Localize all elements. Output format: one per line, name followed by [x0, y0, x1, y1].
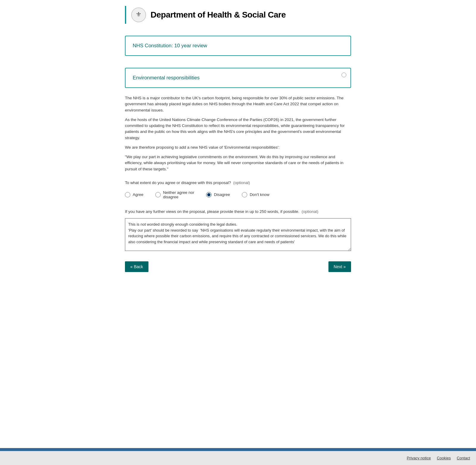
question-text: To what extent do you agree or disagree …: [125, 180, 231, 185]
header-logo-area: ⚜ Department of Health & Social Care: [131, 7, 286, 23]
header-border: [125, 6, 126, 24]
navigation-buttons: « Back Next »: [125, 261, 351, 272]
radio-disagree-input[interactable]: [206, 192, 212, 197]
textarea-optional: (optional): [300, 209, 318, 214]
radio-option-neither[interactable]: Neither agree nordisagree: [155, 190, 194, 199]
next-button[interactable]: Next »: [328, 261, 351, 272]
footer: Privacy notice Cookies Contact: [0, 451, 476, 465]
section-title: Environmental responsibilities: [133, 75, 200, 81]
description-paragraph-3: We are therefore proposing to add a new …: [125, 144, 351, 150]
feedback-textarea[interactable]: [125, 218, 351, 251]
radio-option-disagree[interactable]: Disagree: [206, 190, 230, 199]
description-area: The NHS is a major contributor to the UK…: [125, 95, 351, 172]
footer-link-cookies[interactable]: Cookies: [437, 456, 451, 460]
radio-dont-know-input[interactable]: [242, 192, 247, 197]
textarea-question: If you have any further views on the pro…: [125, 209, 351, 215]
radio-option-agree[interactable]: Agree: [125, 190, 143, 199]
radio-neither-input[interactable]: [155, 192, 161, 197]
survey-title-box: NHS Constitution: 10 year review: [125, 36, 351, 56]
section-box: Environmental responsibilities: [125, 68, 351, 88]
radio-agree-label: Agree: [133, 192, 143, 197]
textarea-section: If you have any further views on the pro…: [125, 209, 351, 252]
description-paragraph-1: The NHS is a major contributor to the UK…: [125, 95, 351, 113]
radio-disagree-label: Disagree: [214, 192, 230, 197]
description-quote: "We play our part in achieving legislati…: [125, 154, 351, 172]
question-label: To what extent do you agree or disagree …: [125, 180, 351, 185]
blue-divider-bar: [0, 448, 476, 451]
question-section: To what extent do you agree or disagree …: [125, 180, 351, 199]
description-paragraph-2: As the hosts of the United Nations Clima…: [125, 117, 351, 141]
coat-of-arms-icon: ⚜: [131, 7, 146, 23]
back-button[interactable]: « Back: [125, 261, 148, 272]
textarea-question-text: If you have any further views on the pro…: [125, 209, 299, 214]
footer-link-privacy[interactable]: Privacy notice: [407, 456, 431, 460]
section-radio-indicator: [342, 73, 346, 77]
question-optional: (optional): [232, 180, 250, 185]
radio-option-dont-know[interactable]: Don't know: [242, 190, 269, 199]
radio-group: Agree Neither agree nordisagree Disagree…: [125, 190, 351, 199]
radio-dont-know-label: Don't know: [250, 192, 269, 197]
footer-link-contact[interactable]: Contact: [457, 456, 470, 460]
header-title: Department of Health & Social Care: [151, 10, 286, 20]
svg-text:⚜: ⚜: [136, 11, 142, 18]
survey-title: NHS Constitution: 10 year review: [133, 43, 207, 48]
radio-neither-label: Neither agree nordisagree: [163, 190, 194, 199]
radio-agree-input[interactable]: [125, 192, 130, 197]
